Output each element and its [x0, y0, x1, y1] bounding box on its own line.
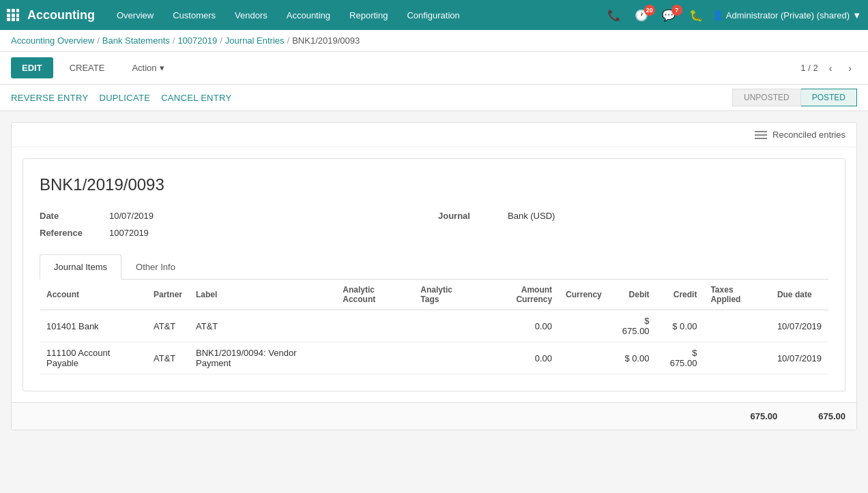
- entry-title: BNK1/2019/0093: [40, 175, 828, 194]
- row2-debit: $ 0.00: [609, 342, 656, 374]
- table-row[interactable]: 111100 Account Payable AT&T BNK1/2019/00…: [40, 342, 828, 374]
- unposted-badge[interactable]: UNPOSTED: [732, 89, 801, 106]
- grid-icon[interactable]: [7, 9, 19, 21]
- row2-due-date: 10/07/2019: [770, 342, 828, 374]
- col-due-date: Due date: [770, 280, 828, 310]
- user-label: Administrator (Private) (shared): [726, 10, 850, 20]
- breadcrumb-accounting-overview[interactable]: Accounting Overview: [11, 35, 94, 46]
- messages-badge: 7: [671, 5, 682, 16]
- tab-journal-items[interactable]: Journal Items: [40, 254, 121, 280]
- col-taxes-applied: Taxes Applied: [704, 280, 770, 310]
- svg-rect-6: [7, 18, 10, 21]
- breadcrumb: Accounting Overview / Bank Statements / …: [0, 30, 868, 52]
- col-credit: Credit: [656, 280, 704, 310]
- svg-rect-7: [12, 18, 15, 21]
- pagination-text: 1 / 2: [800, 63, 818, 73]
- col-analytic-account: Analytic Account: [336, 280, 414, 310]
- create-button[interactable]: CREATE: [59, 57, 116, 78]
- col-debit: Debit: [609, 280, 656, 310]
- col-label: Label: [189, 280, 336, 310]
- row2-analytic-account: [336, 342, 414, 374]
- svg-rect-0: [7, 9, 10, 12]
- activity-badge: 20: [644, 5, 655, 16]
- row2-taxes: [704, 342, 770, 374]
- form-right: Journal Bank (USD): [438, 211, 828, 238]
- svg-rect-8: [16, 18, 19, 21]
- breadcrumb-current: BNK1/2019/0093: [292, 35, 360, 46]
- svg-rect-3: [7, 14, 10, 17]
- action-label: Action: [132, 63, 156, 73]
- outer-card: Reconciled entries BNK1/2019/0093 Date 1…: [11, 122, 857, 430]
- journal-value: Bank (USD): [508, 211, 555, 221]
- prev-arrow[interactable]: ‹: [824, 60, 838, 76]
- col-partner: Partner: [147, 280, 189, 310]
- navbar-right: 📞 🕐 20 💬 7 🐛 👤 Administrator (Private) (…: [603, 6, 861, 25]
- action-bar: EDIT CREATE Action ▾ 1 / 2 ‹ ›: [0, 52, 868, 85]
- breadcrumb-sep-4: /: [287, 35, 290, 46]
- reference-row: Reference 10072019: [40, 228, 430, 238]
- edit-button[interactable]: EDIT: [11, 57, 53, 78]
- bug-icon[interactable]: 🐛: [685, 6, 707, 25]
- row1-credit: $ 0.00: [656, 310, 704, 342]
- action-dropdown-icon: ▾: [160, 63, 164, 73]
- svg-rect-5: [16, 14, 19, 17]
- next-arrow[interactable]: ›: [843, 60, 857, 76]
- col-account: Account: [40, 280, 147, 310]
- phone-icon[interactable]: 📞: [603, 6, 625, 25]
- date-row: Date 10/07/2019: [40, 211, 430, 221]
- journal-row: Journal Bank (USD): [438, 211, 828, 221]
- reconciled-label: Reconciled entries: [772, 130, 845, 140]
- nav-accounting[interactable]: Accounting: [278, 6, 338, 25]
- pagination-area: 1 / 2 ‹ ›: [800, 60, 857, 76]
- journal-table: Account Partner Label Analytic Account A…: [40, 280, 828, 374]
- tab-other-info[interactable]: Other Info: [121, 254, 190, 280]
- app-brand: Accounting: [27, 8, 95, 23]
- row1-partner: AT&T: [147, 310, 189, 342]
- breadcrumb-sep-1: /: [97, 35, 100, 46]
- navbar: Accounting Overview Customers Vendors Ac…: [0, 0, 868, 30]
- table-header-row: Account Partner Label Analytic Account A…: [40, 280, 828, 310]
- duplicate-button[interactable]: DUPLICATE: [99, 93, 150, 103]
- reconciled-icon: [755, 131, 767, 139]
- user-dropdown-icon: ▼: [852, 10, 861, 20]
- nav-reporting[interactable]: Reporting: [341, 6, 396, 25]
- table-row[interactable]: 101401 Bank AT&T AT&T 0.00 $ 675.00 $ 0.…: [40, 310, 828, 342]
- col-analytic-tags: Analytic Tags: [414, 280, 478, 310]
- reverse-entry-button[interactable]: REVERSE ENTRY: [11, 93, 88, 103]
- svg-rect-1: [12, 9, 15, 12]
- user-avatar-icon: 👤: [712, 10, 723, 20]
- svg-rect-2: [16, 9, 19, 12]
- nav-configuration[interactable]: Configuration: [399, 6, 467, 25]
- messages-icon[interactable]: 💬 7: [658, 6, 680, 25]
- nav-customers[interactable]: Customers: [164, 6, 224, 25]
- row1-label: AT&T: [189, 310, 336, 342]
- reconciled-entries-button[interactable]: Reconciled entries: [755, 130, 845, 140]
- row2-account: 111100 Account Payable: [40, 342, 147, 374]
- svg-rect-4: [12, 14, 15, 17]
- nav-overview[interactable]: Overview: [108, 6, 162, 25]
- status-badges: UNPOSTED POSTED: [732, 89, 857, 106]
- row1-amount-currency: 0.00: [478, 310, 559, 342]
- col-amount-currency: Amount Currency: [478, 280, 559, 310]
- row1-analytic-account: [336, 310, 414, 342]
- row2-amount-currency: 0.00: [478, 342, 559, 374]
- activity-icon[interactable]: 🕐 20: [631, 6, 652, 25]
- nav-vendors[interactable]: Vendors: [227, 6, 276, 25]
- breadcrumb-journal-entries[interactable]: Journal Entries: [225, 35, 285, 46]
- row1-account: 101401 Bank: [40, 310, 147, 342]
- navbar-menu: Overview Customers Vendors Accounting Re…: [108, 6, 603, 25]
- posted-badge[interactable]: POSTED: [801, 89, 857, 106]
- col-currency: Currency: [559, 280, 609, 310]
- user-menu[interactable]: 👤 Administrator (Private) (shared) ▼: [712, 10, 861, 20]
- cancel-entry-button[interactable]: CANCEL ENTRY: [161, 93, 231, 103]
- row1-due-date: 10/07/2019: [770, 310, 828, 342]
- form-grid: Date 10/07/2019 Reference 10072019 Journ…: [40, 211, 828, 238]
- reference-label: Reference: [40, 228, 101, 238]
- breadcrumb-bank-statements[interactable]: Bank Statements: [102, 35, 170, 46]
- row1-analytic-tags: [414, 310, 478, 342]
- main-content: Reconciled entries BNK1/2019/0093 Date 1…: [0, 111, 868, 441]
- action-button[interactable]: Action ▾: [121, 57, 175, 78]
- form-left: Date 10/07/2019 Reference 10072019: [40, 211, 430, 238]
- card-header: Reconciled entries: [12, 123, 856, 147]
- breadcrumb-bank-statement[interactable]: 10072019: [177, 35, 217, 46]
